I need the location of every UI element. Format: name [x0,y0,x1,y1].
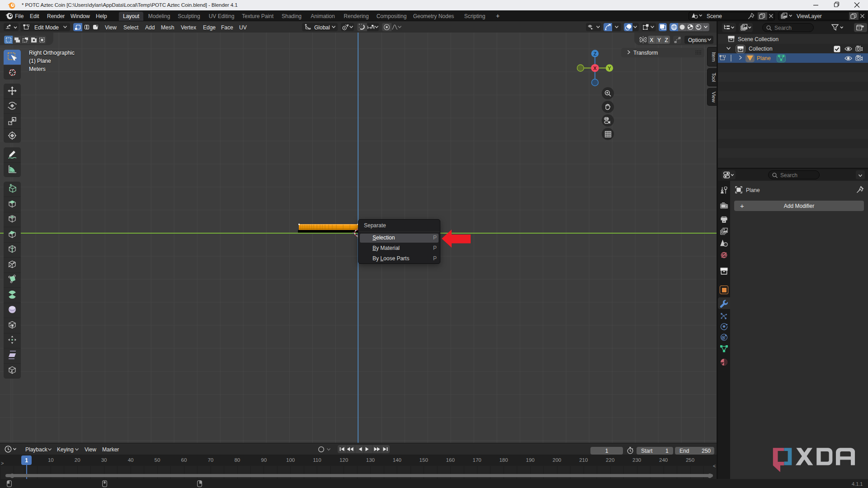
svg-text:Y: Y [608,66,611,71]
svg-text:Z: Z [594,51,597,56]
svg-text:X: X [593,66,597,71]
